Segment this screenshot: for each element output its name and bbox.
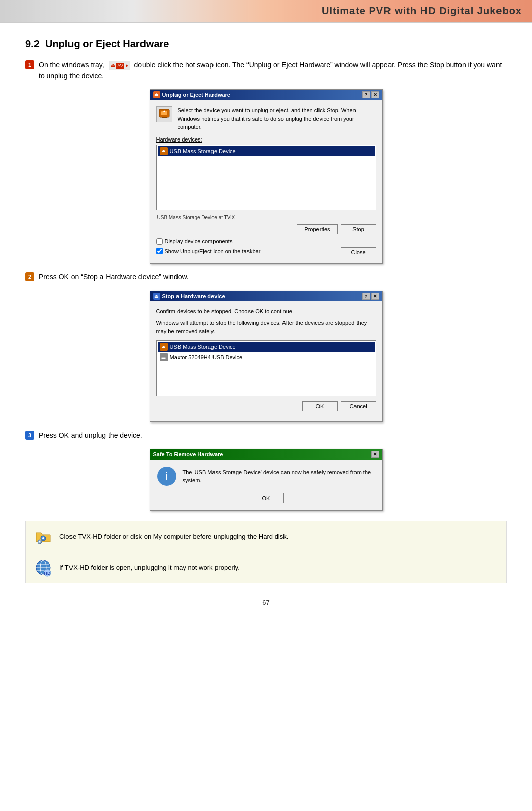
note-row-1: Close TVX-HD folder or disk on My comput…: [26, 521, 506, 552]
dialog1-checkbox2-row: Show Unplug/Eject icon on the taskbar: [156, 248, 261, 254]
dialog2-line1: Confirm devices to be stopped. Choose OK…: [156, 307, 376, 316]
dialog1-close-btn-bottom[interactable]: Close: [341, 247, 376, 257]
note-row-2: HD If TVX-HD folder is open, unplugging …: [26, 552, 506, 583]
dialog2-device1-icon: ⏏: [160, 343, 168, 351]
dialog3-btn-row: OK: [150, 493, 382, 510]
svg-point-6: [42, 537, 44, 539]
dialog1-properties-btn[interactable]: Properties: [297, 224, 337, 234]
dialog2-device-list[interactable]: ⏏ USB Mass Storage Device ▬ Maxtor 52049…: [156, 340, 376, 396]
dialog2-device2[interactable]: ▬ Maxtor 52049H4 USB Device: [158, 352, 375, 362]
dialog1-btn-row: Properties Stop: [156, 224, 376, 234]
dialog3-text: The 'USB Mass Storage Device' device can…: [183, 468, 375, 485]
note-1-text: Close TVX-HD folder or disk on My comput…: [59, 532, 288, 542]
svg-rect-2: [163, 115, 166, 117]
step-2-block: 2 Press OK on “Stop a Hardware device” w…: [25, 272, 507, 283]
dialog2-title-icon: ⏏: [153, 293, 160, 300]
step-1-block: 1 On the windows tray, ⏏ AV ♦ double cli…: [25, 60, 507, 81]
dialog1-title-icon: ⏏: [153, 91, 160, 98]
dialog2-line2: Windows will attempt to stop the followi…: [156, 319, 376, 335]
step-1-number: 1: [25, 60, 34, 69]
step-3-block: 3 Press OK and unplug the device.: [25, 430, 507, 441]
page-number: 67: [25, 598, 507, 606]
dialog1-close-btn[interactable]: ✕: [371, 91, 379, 98]
svg-rect-3: [162, 117, 167, 118]
dialog2-help-btn[interactable]: ?: [362, 293, 370, 300]
dialog2-btn-row: OK Cancel: [156, 401, 376, 411]
notes-section: Close TVX-HD folder or disk on My comput…: [25, 521, 507, 583]
dialog1: ⏏ Unplug or Eject Hardware ? ✕: [150, 89, 383, 264]
step-3-number: 3: [25, 431, 34, 440]
dialog1-info-text: Select the device you want to unplug or …: [178, 106, 376, 131]
dialog3-wrapper: Safe To Remove Hardware ✕ i The 'USB Mas…: [25, 449, 507, 511]
step-2-number: 2: [25, 272, 34, 281]
dialog1-device-list[interactable]: ⏏ USB Mass Storage Device: [156, 145, 376, 210]
device-icon: ⏏: [160, 147, 168, 155]
note-2-icon: HD: [34, 558, 52, 577]
svg-rect-1: [161, 111, 167, 115]
dialog1-body: Select the device you want to unplug or …: [150, 100, 382, 263]
dialog1-usb-icon: [156, 106, 172, 122]
dialog2-ok-btn[interactable]: OK: [302, 401, 338, 411]
dialog1-titlebar: ⏏ Unplug or Eject Hardware ? ✕: [150, 90, 382, 100]
dialog1-stop-btn[interactable]: Stop: [341, 224, 376, 234]
note-1-icon: [34, 527, 52, 546]
dialog2-close-btn[interactable]: ✕: [371, 293, 379, 300]
dialog2-title-controls: ? ✕: [362, 293, 379, 300]
dialog2: ⏏ Stop a Hardware device ? ✕ Confirm dev…: [150, 291, 383, 422]
dialog1-hw-label: Hardware devices:: [156, 136, 376, 143]
dialog2-body: Confirm devices to be stopped. Choose OK…: [150, 301, 382, 422]
dialog3-body: i The 'USB Mass Storage Device' device c…: [150, 460, 382, 493]
dialog3-ok-btn[interactable]: OK: [249, 493, 284, 503]
dialog1-wrapper: ⏏ Unplug or Eject Hardware ? ✕: [25, 89, 507, 264]
dialog2-stop-info: Confirm devices to be stopped. Choose OK…: [156, 307, 376, 336]
dialog2-wrapper: ⏏ Stop a Hardware device ? ✕ Confirm dev…: [25, 291, 507, 422]
header-title: Ultimate PVR with HD Digital Jukebox: [322, 5, 522, 16]
step-3-text: Press OK and unplug the device.: [39, 430, 507, 441]
dialog1-checkbox1-label: Display device components: [165, 238, 233, 244]
dialog1-device-info: USB Mass Storage Device at TVlX: [156, 215, 376, 220]
svg-point-8: [39, 541, 41, 543]
dialog3-titlebar: Safe To Remove Hardware ✕: [150, 449, 382, 460]
dialog3: Safe To Remove Hardware ✕ i The 'USB Mas…: [150, 449, 383, 511]
dialog1-checkbox2-label: Show Unplug/Eject icon on the taskbar: [165, 248, 261, 254]
page-content: 9.2 Unplug or Eject Hardware 1 On the wi…: [0, 23, 532, 626]
note-2-text: If TVX-HD folder is open, unplugging it …: [59, 562, 240, 573]
svg-text:HD: HD: [44, 571, 51, 576]
hotswap-icon: ⏏ AV ♦: [109, 61, 130, 71]
dialog2-titlebar: ⏏ Stop a Hardware device ? ✕: [150, 291, 382, 301]
dialog3-title-text: Safe To Remove Hardware: [153, 451, 223, 457]
dialog1-checkbox2[interactable]: [156, 248, 163, 254]
page-header: Ultimate PVR with HD Digital Jukebox: [0, 0, 532, 23]
dialog1-title-text: Unplug or Eject Hardware: [162, 92, 230, 98]
dialog1-checkbox1-row: Display device components: [156, 238, 376, 245]
section-title: 9.2 Unplug or Eject Hardware: [25, 38, 507, 50]
dialog2-cancel-btn[interactable]: Cancel: [341, 401, 376, 411]
dialog2-device2-icon: ▬: [160, 353, 168, 361]
step-2-text: Press OK on “Stop a Hardware device” win…: [39, 272, 507, 283]
dialog3-info-icon: i: [157, 467, 176, 486]
dialog2-title-text: Stop a Hardware device: [162, 293, 225, 299]
dialog2-device1[interactable]: ⏏ USB Mass Storage Device: [158, 342, 375, 352]
dialog1-title-controls: ? ✕: [362, 91, 379, 98]
dialog1-help-btn[interactable]: ?: [362, 91, 370, 98]
dialog1-info-area: Select the device you want to unplug or …: [156, 106, 376, 131]
dialog1-checkbox1[interactable]: [156, 238, 163, 245]
step-1-text: On the windows tray, ⏏ AV ♦ double click…: [39, 60, 507, 81]
dialog1-device-item[interactable]: ⏏ USB Mass Storage Device: [158, 146, 375, 156]
dialog3-close-btn[interactable]: ✕: [371, 451, 379, 458]
